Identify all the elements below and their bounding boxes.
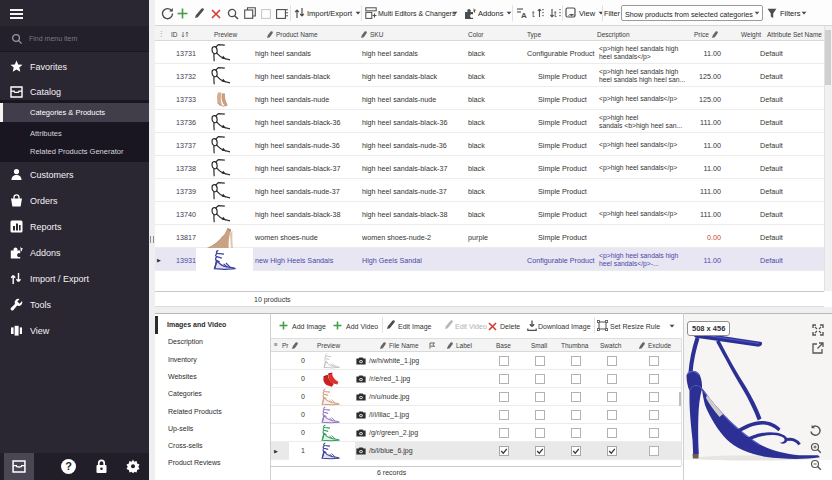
svg-text:t: t [554,9,557,19]
svg-text:A: A [521,11,527,19]
svg-text:t: t [532,9,535,19]
